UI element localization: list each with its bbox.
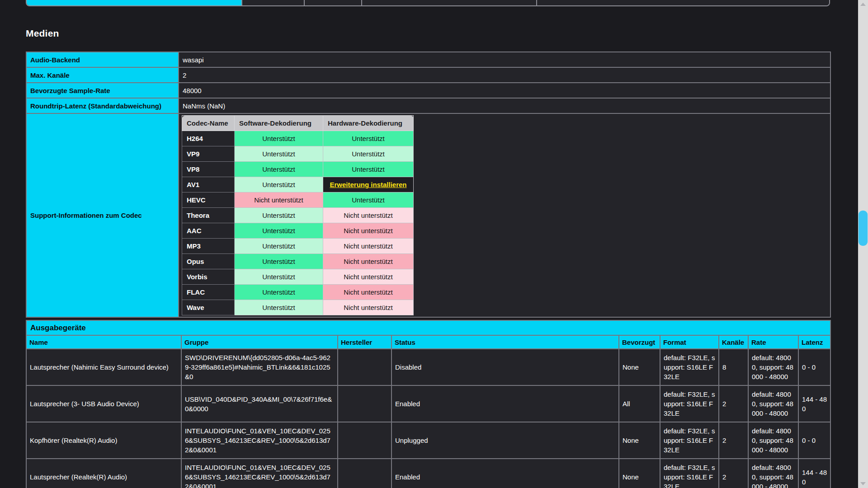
codec-software-cell: Unterstützt <box>235 146 323 162</box>
codec-row-opus: Opus Unterstützt Nicht unterstützt <box>182 254 414 269</box>
prop-value-max-channels: 2 <box>179 67 830 83</box>
device-name-cell: Lautsprecher (Nahimic Easy Surround devi… <box>26 349 181 385</box>
device-channels-cell: 8 <box>719 349 748 385</box>
device-manufacturer-cell <box>338 459 392 488</box>
device-rate-cell: default: 48000, support: 48000 - 48000 <box>748 422 798 459</box>
codec-row-aac: AAC Unterstützt Nicht unterstützt <box>182 223 414 239</box>
codec-hardware-cell: Nicht unterstützt <box>323 269 414 285</box>
vertical-scrollbar[interactable] <box>858 0 868 488</box>
codec-hardware-cell: Unterstützt <box>323 146 414 162</box>
device-group-cell: SWD\DRIVERENUM\{dd052805-d06a-4ac5-9629-… <box>181 349 338 385</box>
device-latency-cell: 0 - 0 <box>798 349 830 385</box>
previous-table-bottom-edge <box>26 0 830 6</box>
device-format-cell: default: F32LE, support: S16LE F32LE <box>660 422 719 459</box>
device-latency-cell: 0 - 0 <box>798 422 830 459</box>
codec-software-cell: Unterstützt <box>235 285 323 300</box>
codec-row-theora: Theora Unterstützt Nicht unterstützt <box>182 208 414 223</box>
codec-software-cell: Unterstützt <box>235 223 323 239</box>
output-devices-table: Ausgabegeräte Name Gruppe Hersteller Sta… <box>26 320 831 488</box>
codec-name-cell: AV1 <box>182 177 235 192</box>
device-rate-cell: default: 48000, support: 48000 - 48000 <box>748 385 798 422</box>
media-internals-page: Medien Audio-Backend wasapi Max. Kanäle … <box>0 0 868 488</box>
device-preferred-cell: All <box>619 385 660 422</box>
device-name-cell: Lautsprecher (Realtek(R) Audio) <box>26 459 181 488</box>
codec-software-cell: Unterstützt <box>235 162 323 177</box>
prop-value-audio-backend: wasapi <box>179 52 830 67</box>
scrollbar-thumb[interactable] <box>859 211 868 246</box>
device-latency-cell: 144 - 480 <box>798 385 830 422</box>
codec-row-av1: AV1 Unterstützt Erweiterung installieren <box>182 177 414 192</box>
device-channels-cell: 2 <box>719 385 748 422</box>
device-status-cell: Disabled <box>392 349 619 385</box>
device-row-nahimic: Lautsprecher (Nahimic Easy Surround devi… <box>26 349 830 385</box>
device-status-cell: Enabled <box>392 385 619 422</box>
device-format-cell: default: F32LE, support: S16LE F32LE <box>660 349 719 385</box>
codec-row-wave: Wave Unterstützt Nicht unterstützt <box>182 300 414 315</box>
table-cell-fragment <box>536 0 829 5</box>
table-cell-fragment <box>241 0 304 5</box>
codec-name-cell: H264 <box>182 131 235 146</box>
install-extension-link[interactable]: Erweiterung installieren <box>330 181 406 188</box>
scroll-up-arrow-icon <box>860 3 866 6</box>
scrollbar-down-button[interactable] <box>858 480 868 488</box>
codec-name-cell: VP8 <box>182 162 235 177</box>
codec-name-cell: AAC <box>182 223 235 239</box>
output-devices-section-title: Ausgabegeräte <box>26 320 830 335</box>
table-cell-fragment <box>361 0 536 5</box>
scroll-down-arrow-icon <box>860 482 866 485</box>
codec-name-cell: HEVC <box>182 192 235 208</box>
col-header-name: Name <box>26 335 181 349</box>
codec-hardware-cell: Nicht unterstützt <box>323 300 414 315</box>
scrollbar-up-button[interactable] <box>858 0 868 8</box>
codec-name-cell: FLAC <box>182 285 235 300</box>
codec-col-header-hardware: Hardware-Dekodierung <box>323 116 414 131</box>
prop-label-max-channels: Max. Kanäle <box>26 67 179 83</box>
codec-name-cell: Theora <box>182 208 235 223</box>
device-name-cell: Kopfhörer (Realtek(R) Audio) <box>26 422 181 459</box>
col-header-latenz: Latenz <box>798 335 830 349</box>
device-rate-cell: default: 48000, support: 48000 - 48000 <box>748 459 798 488</box>
codec-hardware-cell: Nicht unterstützt <box>323 285 414 300</box>
col-header-rate: Rate <box>748 335 798 349</box>
codec-support-host-cell: Codec-Name Software-Dekodierung Hardware… <box>179 113 830 317</box>
codec-row-hevc: HEVC Nicht unterstützt Unterstützt <box>182 192 414 208</box>
codec-hardware-cell: Nicht unterstützt <box>323 254 414 269</box>
device-group-cell: INTELAUDIO\FUNC_01&VEN_10EC&DEV_0256&SUB… <box>181 459 338 488</box>
codec-software-cell: Nicht unterstützt <box>235 192 323 208</box>
prop-value-sample-rate: 48000 <box>179 83 830 98</box>
codec-software-cell: Unterstützt <box>235 208 323 223</box>
device-preferred-cell: None <box>619 349 660 385</box>
output-devices-header-row: Name Gruppe Hersteller Status Bevorzugt … <box>26 335 830 349</box>
codec-row-vp8: VP8 Unterstützt Unterstützt <box>182 162 414 177</box>
codec-software-cell: Unterstützt <box>235 177 323 192</box>
prop-label-codec-support: Support-Informationen zum Codec <box>26 113 179 317</box>
device-format-cell: default: F32LE, support: S16LE F32LE <box>660 385 719 422</box>
table-cell-fragment <box>304 0 361 5</box>
media-properties-table: Audio-Backend wasapi Max. Kanäle 2 Bevor… <box>26 52 831 318</box>
codec-row-vp9: VP9 Unterstützt Unterstützt <box>182 146 414 162</box>
device-latency-cell: 144 - 480 <box>798 459 830 488</box>
device-status-cell: Enabled <box>392 459 619 488</box>
codec-hardware-cell: Unterstützt <box>323 162 414 177</box>
codec-software-cell: Unterstützt <box>235 269 323 285</box>
codec-name-cell: Vorbis <box>182 269 235 285</box>
codec-name-cell: Opus <box>182 254 235 269</box>
codec-software-cell: Unterstützt <box>235 239 323 254</box>
table-cell-fragment-cyan <box>27 0 241 5</box>
codec-software-cell: Unterstützt <box>235 300 323 315</box>
prop-value-roundtrip-latency: NaNms (NaN) <box>179 98 830 113</box>
prop-label-sample-rate: Bevorzugte Sample-Rate <box>26 83 179 98</box>
codec-row-h264: H264 Unterstützt Unterstützt <box>182 131 414 146</box>
codec-hardware-cell: Erweiterung installieren <box>323 177 414 192</box>
device-manufacturer-cell <box>338 385 392 422</box>
device-group-cell: USB\VID_040D&PID_340A&MI_00\7&26f71f6e&0… <box>181 385 338 422</box>
codec-software-cell: Unterstützt <box>235 131 323 146</box>
device-rate-cell: default: 48000, support: 48000 - 48000 <box>748 349 798 385</box>
col-header-status: Status <box>392 335 619 349</box>
device-status-cell: Unplugged <box>392 422 619 459</box>
codec-row-flac: FLAC Unterstützt Nicht unterstützt <box>182 285 414 300</box>
col-header-bevorzugt: Bevorzugt <box>619 335 660 349</box>
codec-hardware-cell: Nicht unterstützt <box>323 223 414 239</box>
codec-row-mp3: MP3 Unterstützt Nicht unterstützt <box>182 239 414 254</box>
device-manufacturer-cell <box>338 349 392 385</box>
